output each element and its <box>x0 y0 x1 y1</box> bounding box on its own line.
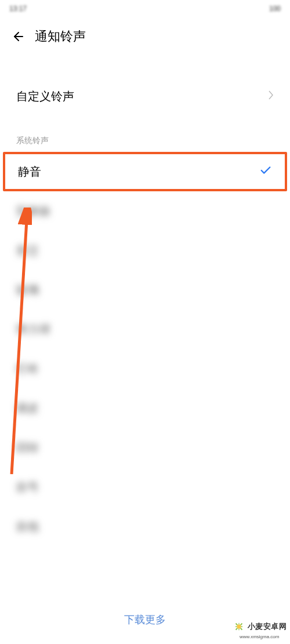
status-bar: 13:17 100 <box>0 0 290 17</box>
status-battery: 100 <box>269 5 281 13</box>
ringtone-item-silent[interactable]: 静音 <box>3 152 287 191</box>
chevron-right-icon <box>268 90 274 103</box>
ringtone-name: 调皮 <box>16 401 39 416</box>
watermark-logo-icon <box>233 620 245 633</box>
ringtone-name: 回转 <box>16 440 39 456</box>
ringtone-name: 吉号 <box>16 479 39 495</box>
ringtone-item[interactable]: 变迁 <box>3 231 287 270</box>
ringtone-item[interactable]: 吉他 <box>3 507 287 546</box>
page-title: 通知铃声 <box>35 28 86 45</box>
ringtone-item[interactable]: 玻璃 <box>3 270 287 310</box>
ringtone-name: 安静旅 <box>16 203 50 219</box>
ringtone-item[interactable]: 安静旅 <box>3 191 287 231</box>
ringtone-item[interactable]: 回转 <box>3 428 287 467</box>
page-header: 通知铃声 <box>0 17 290 56</box>
ringtone-name: 变迁 <box>16 243 39 259</box>
custom-ringtone-row[interactable]: 自定义铃声 <box>0 67 290 125</box>
svg-point-3 <box>237 624 241 628</box>
back-button[interactable] <box>12 30 26 43</box>
ringtone-name: 叮咚 <box>16 361 39 377</box>
ringtone-name: 吉他 <box>16 519 39 534</box>
download-more-link[interactable]: 下载更多 <box>124 614 166 625</box>
ringtone-item[interactable]: 吉号 <box>3 467 287 507</box>
ringtone-list: 静音 安静旅 变迁 玻璃 弹力球 叮咚 调皮 回转 吉号 吉他 <box>0 152 290 546</box>
watermark-url: www.xmsigma.com <box>240 634 279 639</box>
checkmark-icon <box>259 164 272 179</box>
custom-ringtone-label: 自定义铃声 <box>16 89 74 104</box>
ringtone-name: 静音 <box>18 164 41 180</box>
section-header: 系统铃声 <box>0 125 290 152</box>
ringtone-item[interactable]: 调皮 <box>3 388 287 428</box>
ringtone-name: 玻璃 <box>16 282 39 298</box>
watermark: 小麦安卓网 www.xmsigma.com <box>233 620 287 639</box>
ringtone-item[interactable]: 叮咚 <box>3 349 287 388</box>
ringtone-item[interactable]: 弹力球 <box>3 310 287 349</box>
ringtone-name: 弹力球 <box>16 322 50 337</box>
status-time: 13:17 <box>9 5 27 13</box>
back-arrow-icon <box>12 30 26 43</box>
watermark-text: 小麦安卓网 <box>248 621 287 632</box>
